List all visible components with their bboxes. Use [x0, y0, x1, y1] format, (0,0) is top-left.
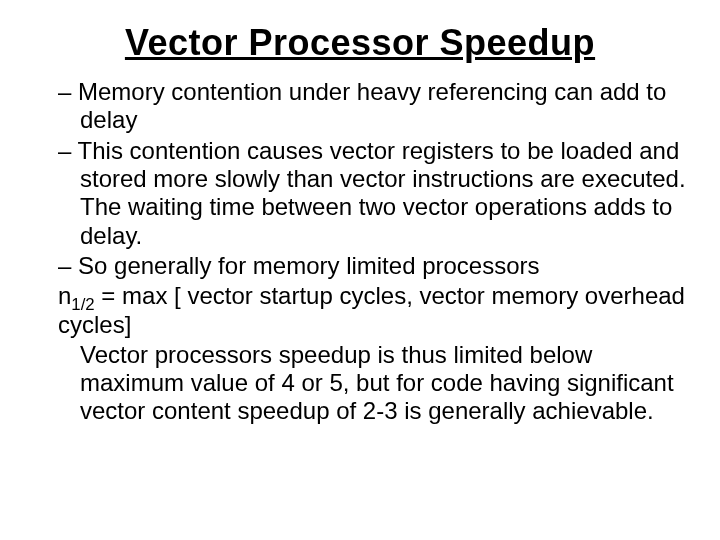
slide-body: – Memory contention under heavy referenc… [30, 78, 690, 426]
closing-paragraph: Vector processors speedup is thus limite… [30, 341, 690, 426]
slide-title: Vector Processor Speedup [30, 22, 690, 64]
equation-line: n1/2 = max [ vector startup cycles, vect… [30, 282, 690, 339]
bullet-item: – This contention causes vector register… [30, 137, 690, 250]
bullet-text: So generally for memory limited processo… [78, 252, 540, 279]
dash-icon: – [58, 252, 71, 279]
bullet-item: – So generally for memory limited proces… [30, 252, 690, 280]
bullet-item: – Memory contention under heavy referenc… [30, 78, 690, 135]
dash-icon: – [58, 78, 71, 105]
eq-rhs: = max [ vector startup cycles, vector me… [58, 282, 685, 337]
eq-lhs: n [58, 282, 71, 309]
bullet-text: This contention causes vector registers … [78, 137, 686, 249]
bullet-text: Memory contention under heavy referencin… [78, 78, 666, 133]
slide: Vector Processor Speedup – Memory conten… [0, 0, 720, 540]
dash-icon: – [58, 137, 71, 164]
